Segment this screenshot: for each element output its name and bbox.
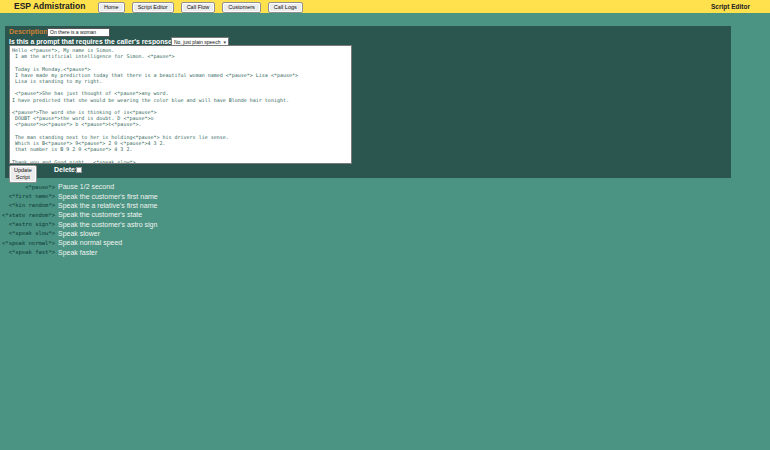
- description-input[interactable]: [47, 28, 110, 37]
- nav-button-customers[interactable]: Customers: [222, 2, 261, 13]
- tag-description: Speak the customer's state: [58, 211, 142, 218]
- tag-description: Speak the customer's astro sign: [58, 221, 157, 228]
- tag-code-kin-random: <*kin random*>: [0, 202, 55, 208]
- tag-description: Speak the a relative's first name: [58, 202, 157, 209]
- tag-code-speak-slow: <*speak slow*>: [0, 230, 55, 236]
- tag-description: Pause 1/2 second: [58, 183, 114, 190]
- tag-legend: <*pause*> Pause 1/2 second <*first name*…: [0, 182, 420, 257]
- delete-label: Delete:: [54, 166, 77, 173]
- tag-code-pause: <*pause*>: [0, 184, 55, 190]
- current-page-label: Script Editor: [711, 0, 750, 13]
- list-item: <*state random*> Speak the customer's st…: [0, 210, 420, 219]
- tag-code-first-name: <*first name*>: [0, 193, 55, 199]
- top-bar: ESP Admistration Home Script Editor Call…: [0, 0, 770, 13]
- tag-description: Speak faster: [58, 249, 97, 256]
- tag-code-speak-normal: <*speak normal*>: [0, 240, 55, 246]
- update-script-button[interactable]: Update Script: [9, 165, 37, 183]
- tag-code-state-random: <*state random*>: [0, 212, 55, 218]
- nav-button-home[interactable]: Home: [98, 2, 125, 13]
- app-title: ESP Admistration: [14, 0, 85, 13]
- list-item: <*speak fast*> Speak faster: [0, 247, 420, 256]
- list-item: <*kin random*> Speak the a relative's fi…: [0, 201, 420, 210]
- tag-code-astro-sign: <*astro sign*>: [0, 221, 55, 227]
- chevron-down-icon: ▾: [223, 39, 226, 45]
- top-navigation: Home Script Editor Call Flow Customers C…: [98, 2, 310, 13]
- description-label: Description:: [9, 28, 50, 35]
- nav-button-call-flow[interactable]: Call Flow: [181, 2, 216, 13]
- delete-checkbox[interactable]: [76, 167, 82, 173]
- response-question-label: Is this a prompt that requires the calle…: [9, 38, 176, 45]
- tag-code-speak-fast: <*speak fast*>: [0, 249, 55, 255]
- list-item: <*speak slow*> Speak slower: [0, 229, 420, 238]
- nav-button-script-editor[interactable]: Script Editor: [132, 2, 174, 13]
- tag-description: Speak slower: [58, 230, 100, 237]
- list-item: <*first name*> Speak the customer's firs…: [0, 191, 420, 200]
- response-type-selected-value: No, just plain speech: [174, 39, 220, 45]
- list-item: <*pause*> Pause 1/2 second: [0, 182, 420, 191]
- list-item: <*astro sign*> Speak the customer's astr…: [0, 219, 420, 228]
- tag-description: Speak normal speed: [58, 239, 122, 246]
- script-textarea[interactable]: Hello <*pause*>, My name is Simon. I am …: [9, 45, 352, 164]
- nav-button-call-logs[interactable]: Call Logs: [268, 2, 303, 13]
- script-editor-panel: Description: Is this a prompt that requi…: [5, 26, 731, 178]
- list-item: <*speak normal*> Speak normal speed: [0, 238, 420, 247]
- tag-description: Speak the customer's first name: [58, 193, 158, 200]
